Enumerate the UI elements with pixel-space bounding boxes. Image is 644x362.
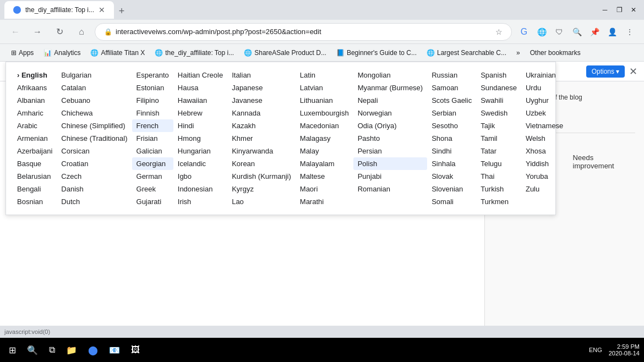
language-item[interactable]: Maori bbox=[296, 183, 353, 195]
language-item[interactable]: Mongolian bbox=[353, 69, 427, 81]
language-item[interactable]: Albanian bbox=[13, 94, 57, 107]
language-item[interactable]: Serbian bbox=[427, 107, 476, 119]
task-view-button[interactable]: ⧉ bbox=[45, 342, 59, 358]
refresh-button[interactable]: ↻ bbox=[51, 23, 68, 41]
language-item[interactable]: Chinese (Traditional) bbox=[57, 132, 132, 145]
language-item[interactable]: Bulgarian bbox=[57, 69, 132, 81]
language-item[interactable]: Kannada bbox=[227, 107, 296, 119]
language-item[interactable]: Hebrew bbox=[173, 107, 227, 119]
language-item[interactable]: Amharic bbox=[13, 107, 57, 119]
language-item[interactable]: Igbo bbox=[173, 170, 227, 183]
language-item[interactable]: Slovenian bbox=[427, 183, 476, 195]
language-item[interactable]: Welsh bbox=[521, 132, 567, 145]
language-item[interactable]: Russian bbox=[427, 69, 476, 81]
language-item[interactable]: Malagasy bbox=[296, 132, 353, 145]
language-item[interactable]: Telugu bbox=[476, 157, 521, 170]
language-item[interactable]: Yiddish bbox=[521, 157, 567, 170]
language-item[interactable]: Arabic bbox=[13, 119, 57, 132]
language-item[interactable]: Lithuanian bbox=[296, 94, 353, 107]
search-button[interactable]: 🔍 bbox=[23, 342, 42, 359]
language-item[interactable]: Norwegian bbox=[353, 107, 427, 119]
language-item[interactable]: Shona bbox=[427, 132, 476, 145]
language-item[interactable]: Georgian bbox=[132, 157, 173, 170]
language-item[interactable]: Urdu bbox=[521, 81, 567, 94]
bookmark-more[interactable]: » bbox=[512, 47, 525, 59]
language-item[interactable]: Frisian bbox=[132, 132, 173, 145]
language-item[interactable]: › English bbox=[13, 69, 57, 81]
language-item[interactable]: Swahili bbox=[476, 94, 521, 107]
language-item[interactable]: Sundanese bbox=[476, 81, 521, 94]
language-item[interactable]: Icelandic bbox=[173, 157, 227, 170]
bookmark-star-icon[interactable]: ☆ bbox=[495, 28, 503, 36]
language-item[interactable]: Filipino bbox=[132, 94, 173, 107]
language-item[interactable]: Uzbek bbox=[521, 107, 567, 119]
close-button[interactable]: ✕ bbox=[627, 4, 640, 16]
language-item[interactable]: Kyrgyz bbox=[227, 183, 296, 195]
language-item[interactable]: Chichewa bbox=[57, 107, 132, 119]
language-item[interactable]: Sinhala bbox=[427, 157, 476, 170]
language-item[interactable]: Tamil bbox=[476, 132, 521, 145]
bookmark-affiliate-titan[interactable]: 🌐 Affiliate Titan X bbox=[86, 47, 149, 59]
language-item[interactable]: Latin bbox=[296, 69, 353, 81]
language-item[interactable]: Afrikaans bbox=[13, 81, 57, 94]
language-item[interactable]: Maltese bbox=[296, 170, 353, 183]
bookmark-analytics[interactable]: 📊 Analytics bbox=[39, 47, 85, 59]
language-item[interactable]: Danish bbox=[57, 183, 132, 195]
language-item[interactable]: Japanese bbox=[227, 81, 296, 94]
taskbar-app2[interactable]: 🖼 bbox=[127, 342, 144, 358]
language-item[interactable]: German bbox=[132, 170, 173, 183]
language-item[interactable]: Bosnian bbox=[13, 195, 57, 208]
language-item[interactable]: Yoruba bbox=[521, 170, 567, 183]
language-item[interactable]: Haitian Creole bbox=[173, 69, 227, 81]
language-item[interactable]: Croatian bbox=[57, 157, 132, 170]
ext-icon-2[interactable]: 🛡 bbox=[552, 24, 567, 40]
forward-button[interactable]: → bbox=[29, 23, 46, 41]
language-item[interactable]: Belarusian bbox=[13, 170, 57, 183]
language-item[interactable]: Macedonian bbox=[296, 119, 353, 132]
options-button[interactable]: Options ▾ bbox=[586, 65, 625, 78]
language-item[interactable]: French bbox=[132, 119, 173, 132]
language-item[interactable]: Lao bbox=[227, 195, 296, 208]
language-item[interactable]: Gujarati bbox=[132, 195, 173, 208]
language-item[interactable]: Swedish bbox=[476, 107, 521, 119]
language-item[interactable]: Thai bbox=[476, 170, 521, 183]
language-item[interactable]: Myanmar (Burmese) bbox=[353, 81, 427, 94]
language-item[interactable]: Azerbaijani bbox=[13, 145, 57, 157]
language-item[interactable]: Sesotho bbox=[427, 119, 476, 132]
taskbar-file-explorer[interactable]: 📁 bbox=[62, 342, 81, 359]
language-item[interactable]: Samoan bbox=[427, 81, 476, 94]
language-item[interactable]: Bengali bbox=[13, 183, 57, 195]
language-item[interactable]: Punjabi bbox=[353, 170, 427, 183]
more-options-icon[interactable]: ⋮ bbox=[622, 24, 637, 40]
language-item[interactable]: Italian bbox=[227, 69, 296, 81]
bookmark-other[interactable]: Other bookmarks bbox=[526, 47, 585, 59]
language-item[interactable]: Dutch bbox=[57, 195, 132, 208]
language-item[interactable]: Vietnamese bbox=[521, 119, 567, 132]
bookmark-diy[interactable]: 🌐 the_diy_affiliate: Top i... bbox=[150, 47, 238, 59]
new-tab-button[interactable]: + bbox=[114, 3, 129, 19]
ext-icon-4[interactable]: 📌 bbox=[587, 24, 602, 40]
language-item[interactable]: Hawaiian bbox=[173, 94, 227, 107]
language-item[interactable]: Turkmen bbox=[476, 195, 521, 208]
language-item[interactable]: Somali bbox=[427, 195, 476, 208]
language-item[interactable]: Nepali bbox=[353, 94, 427, 107]
language-item[interactable]: Corsican bbox=[57, 145, 132, 157]
language-item[interactable]: Malayalam bbox=[296, 157, 353, 170]
bookmark-largest[interactable]: 🌐 Largest Searchable C... bbox=[422, 47, 511, 59]
taskbar-chrome[interactable]: ⬤ bbox=[84, 342, 102, 359]
language-item[interactable]: Chinese (Simplified) bbox=[57, 119, 132, 132]
language-item[interactable]: Kurdish (Kurmanji) bbox=[227, 170, 296, 183]
language-item[interactable]: Odia (Oriya) bbox=[353, 119, 427, 132]
language-item[interactable]: Kinyarwanda bbox=[227, 145, 296, 157]
start-button[interactable]: ⊞ bbox=[4, 342, 20, 359]
language-item[interactable]: Hmong bbox=[173, 132, 227, 145]
language-item[interactable]: Marathi bbox=[296, 195, 353, 208]
language-item[interactable]: Cebuano bbox=[57, 94, 132, 107]
bookmark-shareasale[interactable]: 🌐 ShareASale Product D... bbox=[239, 47, 331, 59]
maximize-button[interactable]: ❐ bbox=[613, 4, 625, 16]
language-item[interactable]: Irish bbox=[173, 195, 227, 208]
ext-icon-1[interactable]: 🌐 bbox=[534, 24, 549, 40]
language-item[interactable]: Armenian bbox=[13, 132, 57, 145]
language-item[interactable]: Greek bbox=[132, 183, 173, 195]
language-item[interactable]: Hausa bbox=[173, 81, 227, 94]
